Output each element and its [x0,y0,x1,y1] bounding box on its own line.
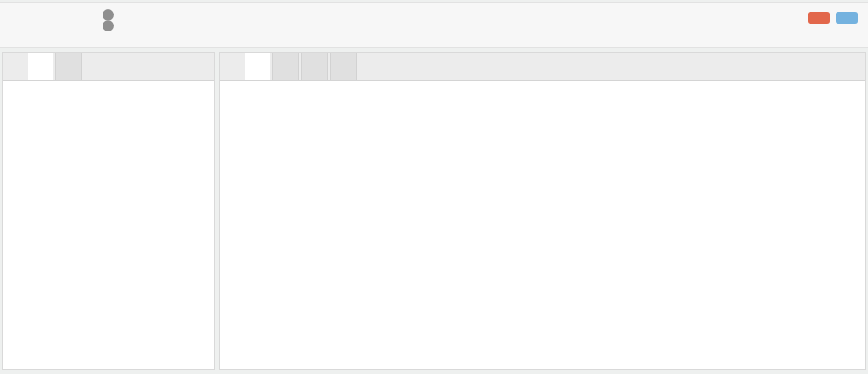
trading-privileges-verified [92,20,114,31]
copy-button[interactable] [836,12,858,24]
chart-tabbar [220,53,865,81]
main-content [0,48,868,370]
sidebar-tabbar [3,53,214,81]
chart-panel [219,52,866,370]
info-icon[interactable] [103,20,114,31]
stats-rows [3,81,214,87]
tab-profit[interactable] [301,53,328,80]
myfxbook-account-page [0,2,868,370]
tab-info[interactable] [3,53,28,80]
discuss-button[interactable] [808,12,830,24]
growth-chart-svg[interactable] [220,82,865,325]
verification-badges [92,9,114,31]
chart-menu-icon[interactable] [855,53,865,80]
chart-label [220,53,245,80]
track-record-verified [92,9,114,20]
info-icon[interactable] [103,9,114,20]
header-actions [808,9,858,24]
tab-growth[interactable] [245,53,270,80]
tab-general[interactable] [55,53,82,80]
growth-chart [220,81,865,332]
tab-stats[interactable] [28,53,53,80]
tab-balance[interactable] [272,53,299,80]
stats-sidebar [2,52,215,370]
tab-drawdown[interactable] [330,53,357,80]
account-header [0,2,868,48]
